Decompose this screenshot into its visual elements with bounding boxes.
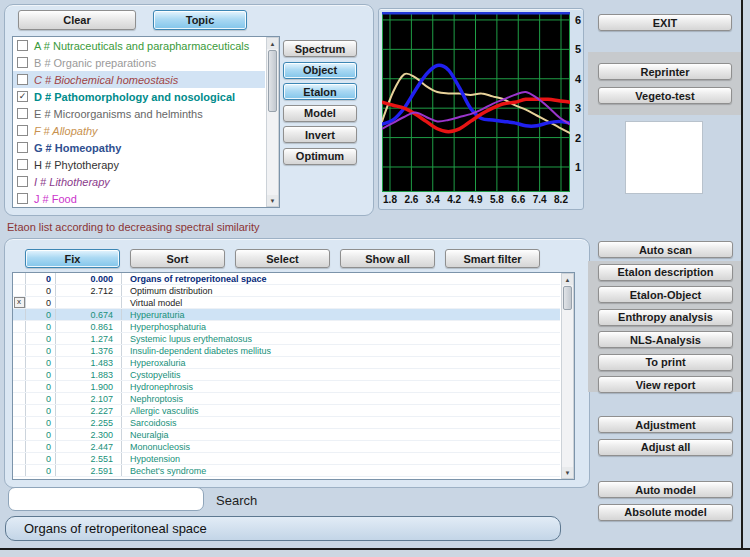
- checkbox-icon[interactable]: [17, 108, 28, 119]
- etalon-row-neuralgia[interactable]: 02.300Neuralgia: [13, 429, 560, 441]
- etalon-row-hypotension[interactable]: 02.551Hypotension: [13, 453, 560, 465]
- row-count-cell: 0: [26, 285, 56, 296]
- rubric-item-a[interactable]: A # Nutraceuticals and parapharmaceutica…: [13, 37, 265, 54]
- etalon-row-bechet-s-syndrome[interactable]: 02.591Bechet's syndrome: [13, 465, 560, 477]
- x-tick-label: 2.6: [404, 194, 418, 205]
- checkbox-icon[interactable]: [17, 142, 28, 153]
- toolbar-button-select[interactable]: Select: [235, 249, 330, 268]
- row-count-cell: 0: [26, 465, 56, 476]
- scroll-down-icon[interactable]: ▼: [562, 467, 573, 478]
- scroll-up-icon[interactable]: ▲: [562, 274, 573, 285]
- checkbox-icon[interactable]: [17, 125, 28, 136]
- rubric-scrollbar[interactable]: ▲ ▼: [266, 37, 279, 207]
- etalon-row-optimum-distribution[interactable]: 02.712Optimum distribution: [13, 285, 560, 297]
- row-name-cell: Hyperuraturia: [122, 309, 560, 321]
- scrollbar-thumb[interactable]: [563, 286, 572, 310]
- exit-button[interactable]: EXIT: [598, 14, 732, 31]
- row-marker-cell: [13, 333, 26, 344]
- etalon-row-virtual-model[interactable]: x0Virtual model: [13, 297, 560, 309]
- x-tick-label: 3.4: [426, 194, 440, 205]
- toolbar-button-sort[interactable]: Sort: [130, 249, 225, 268]
- checkbox-icon[interactable]: [17, 159, 28, 170]
- action-button-etalon-object[interactable]: Etalon-Object: [598, 286, 733, 303]
- toolbar-button-show-all[interactable]: Show all: [340, 249, 435, 268]
- row-marker-cell: [13, 393, 26, 404]
- mode-button-optimum[interactable]: Optimum: [283, 148, 357, 165]
- row-name-cell: Virtual model: [122, 297, 560, 309]
- checkbox-icon[interactable]: [17, 57, 28, 68]
- action-button-to-print[interactable]: To print: [598, 354, 733, 371]
- action-button-etalon-description[interactable]: Etalon description: [598, 264, 733, 281]
- checkbox-icon[interactable]: [17, 40, 28, 51]
- rubric-item-g[interactable]: G # Homeopathy: [13, 139, 265, 156]
- action-button-enthropy-analysis[interactable]: Enthropy analysis: [598, 309, 733, 326]
- row-name-cell: Bechet's syndrome: [122, 465, 560, 477]
- mode-button-spectrum[interactable]: Spectrum: [283, 40, 357, 57]
- row-count-cell: 0: [26, 453, 56, 464]
- scroll-down-icon[interactable]: ▼: [267, 195, 278, 206]
- etalon-row-hyperphosphaturia[interactable]: 00.861Hyperphosphaturia: [13, 321, 560, 333]
- action-button-auto-model[interactable]: Auto model: [598, 481, 733, 498]
- scroll-up-icon[interactable]: ▲: [267, 38, 278, 49]
- etalon-row-hyperuraturia[interactable]: 00.674Hyperuraturia: [13, 309, 560, 321]
- toolbar-button-smart-filter[interactable]: Smart filter: [445, 249, 540, 268]
- rubric-item-d[interactable]: ✓D # Pathomorphology and nosological: [13, 88, 265, 105]
- rubric-item-b[interactable]: B # Organic preparations: [13, 54, 265, 71]
- y-tick-label: 2: [572, 132, 584, 144]
- row-similarity-cell: 2.300: [56, 429, 122, 440]
- x-tick-label: 1.8: [383, 194, 397, 205]
- checkbox-checked-icon[interactable]: ✓: [17, 91, 28, 102]
- row-similarity-cell: 1.883: [56, 369, 122, 380]
- checkbox-icon[interactable]: [17, 193, 28, 204]
- rubric-item-j[interactable]: J # Food: [13, 190, 265, 207]
- rubric-item-e[interactable]: E # Microorganisms and helminths: [13, 105, 265, 122]
- rubric-item-label: D # Pathomorphology and nosological: [34, 91, 235, 103]
- clear-button[interactable]: Clear: [18, 10, 136, 30]
- mode-button-invert[interactable]: Invert: [283, 126, 357, 143]
- etalon-row-sarcoidosis[interactable]: 02.255Sarcoidosis: [13, 417, 560, 429]
- row-name-cell: Hypotension: [122, 453, 560, 465]
- etalon-row-nephroptosis[interactable]: 02.107Nephroptosis: [13, 393, 560, 405]
- y-tick-label: 4: [572, 73, 584, 85]
- etalon-row-organs-of-retroperitoneal-space[interactable]: 00.000Organs of retroperitoneal space: [13, 273, 560, 285]
- mode-button-etalon[interactable]: Etalon: [283, 83, 357, 100]
- action-button-adjust-all[interactable]: Adjust all: [598, 439, 733, 456]
- search-input[interactable]: [8, 487, 204, 511]
- preview-box: [625, 121, 703, 194]
- etalon-row-systemic-lupus-erythematosus[interactable]: 01.274Systemic lupus erythematosus: [13, 333, 560, 345]
- x-tick-label: 4.9: [469, 194, 483, 205]
- checkbox-icon[interactable]: [17, 74, 28, 85]
- row-similarity-cell: 2.255: [56, 417, 122, 428]
- checkbox-icon[interactable]: [17, 176, 28, 187]
- rubric-item-i[interactable]: I # Lithotherapy: [13, 173, 265, 190]
- etalon-row-hydronephrosis[interactable]: 01.900Hydronephrosis: [13, 381, 560, 393]
- rubric-item-f[interactable]: F # Allopathy: [13, 122, 265, 139]
- topic-button[interactable]: Topic: [153, 10, 247, 30]
- search-label: Search: [216, 493, 257, 508]
- row-count-cell: 0: [26, 297, 56, 308]
- rubric-item-h[interactable]: H # Phytotherapy: [13, 156, 265, 173]
- row-name-cell: Sarcoidosis: [122, 417, 560, 429]
- action-button-absolute-model[interactable]: Absolute model: [598, 504, 733, 521]
- reprinter-button[interactable]: Reprinter: [598, 63, 732, 80]
- action-button-nls-analysis[interactable]: NLS-Analysis: [598, 331, 733, 348]
- etalon-scrollbar[interactable]: ▲ ▼: [561, 273, 574, 479]
- etalon-row-hyperoxaluria[interactable]: 01.483Hyperoxaluria: [13, 357, 560, 369]
- action-button-view-report[interactable]: View report: [598, 376, 733, 393]
- selection-bar[interactable]: Organs of retroperitoneal space: [5, 516, 561, 541]
- window-bottom-strip: [0, 550, 750, 557]
- action-band: [588, 261, 741, 392]
- mode-button-object[interactable]: Object: [283, 62, 357, 79]
- etalon-row-cystopyelitis[interactable]: 01.883Cystopyelitis: [13, 369, 560, 381]
- row-count-cell: 0: [26, 369, 56, 380]
- etalon-row-allergic-vasculitis[interactable]: 02.227Allergic vasculitis: [13, 405, 560, 417]
- vegeto-test-button[interactable]: Vegeto-test: [598, 87, 732, 104]
- rubric-item-c[interactable]: C # Biochemical homeostasis: [13, 71, 265, 88]
- action-button-adjustment[interactable]: Adjustment: [598, 416, 733, 433]
- action-button-auto-scan[interactable]: Auto scan: [598, 241, 733, 258]
- etalon-row-mononucleosis[interactable]: 02.447Mononucleosis: [13, 441, 560, 453]
- toolbar-button-fix[interactable]: Fix: [25, 249, 120, 268]
- scrollbar-thumb[interactable]: [268, 50, 277, 112]
- etalon-row-insulin-dependent-diabetes-mellitus[interactable]: 01.376Insulin-dependent diabetes mellitu…: [13, 345, 560, 357]
- mode-button-model[interactable]: Model: [283, 105, 357, 122]
